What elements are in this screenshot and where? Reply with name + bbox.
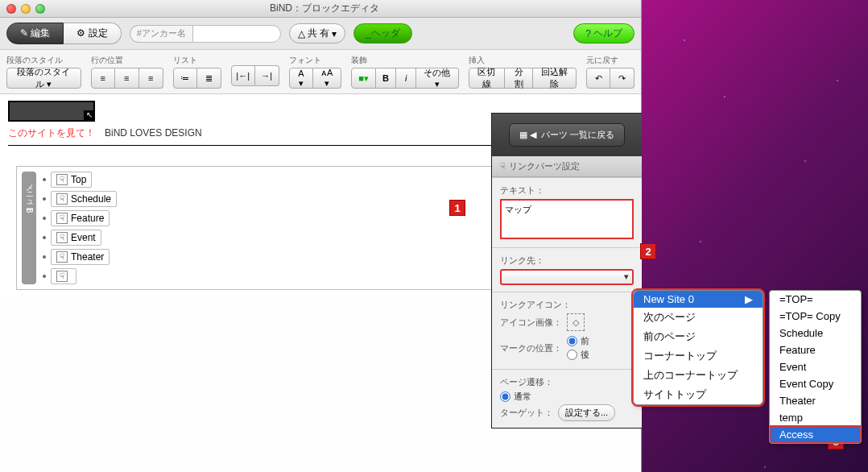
link-label: リンク先： — [500, 255, 634, 267]
group-label: 行の位置 — [91, 55, 163, 66]
menu-item[interactable]: Theater — [770, 392, 861, 409]
list-number-button[interactable]: ≣ — [197, 68, 221, 89]
clearwrap-button[interactable]: 回込解除 — [533, 68, 577, 89]
link-icon: ☟ — [56, 213, 68, 224]
share-button[interactable]: △ 共 有 ▾ — [289, 23, 345, 43]
menu-item[interactable]: temp — [770, 409, 861, 426]
split-button[interactable]: 分割 — [505, 68, 533, 89]
selected-element[interactable]: BIND theater — [8, 101, 95, 122]
menu-item[interactable]: ☟Feature — [51, 210, 110, 226]
help-button[interactable]: ? ヘルプ — [573, 23, 634, 43]
chevron-right-icon: ▶ — [745, 293, 753, 305]
group-label: リスト — [173, 55, 221, 66]
outdent-button[interactable]: |←| — [231, 65, 255, 86]
italic-button[interactable]: i — [396, 68, 416, 89]
link-icon: ☟ — [56, 174, 68, 185]
transition-section: ページ遷移： 通常 ターゲット： 設定する... — [492, 369, 642, 428]
format-toolbar: 段落のスタイル段落のスタイル ▾ 行の位置≡≡≡ リスト≔≣ |←|→| フォン… — [0, 50, 641, 94]
sub-black: BiND LOVES DESIGN — [105, 127, 202, 139]
font-size-button[interactable]: ᴀA ▾ — [313, 68, 341, 89]
panel-title: ☟ リンクパーツ設定 — [492, 156, 642, 177]
link-context-menu[interactable]: New Site 0▶ 次のページ 前のページ コーナートップ 上のコーナートッ… — [633, 290, 763, 405]
menu-item[interactable]: 次のページ — [634, 308, 763, 327]
app-window: BiND：ブロックエディタ ✎ 編集 ⚙ 設定 #アンカー名 △ 共 有 ▾ _… — [0, 0, 642, 472]
menu-item[interactable]: コーナートップ — [634, 346, 763, 366]
transition-label: ページ遷移： — [500, 376, 634, 388]
redo-button[interactable]: ↷ — [610, 68, 634, 89]
align-center-button[interactable]: ≡ — [115, 68, 139, 89]
mark-pos-label: マークの位置： — [500, 342, 562, 354]
link-icon: ☟ — [500, 161, 506, 172]
menu-item[interactable]: Event — [770, 358, 861, 375]
target-label: ターゲット： — [500, 407, 553, 419]
menu-item[interactable]: 前のページ — [634, 327, 763, 346]
list-bullet-button[interactable]: ≔ — [173, 68, 197, 89]
menu-item[interactable]: Event Copy — [770, 375, 861, 392]
menu-item[interactable]: Feature — [770, 342, 861, 358]
text-input[interactable] — [500, 199, 634, 239]
settings-button[interactable]: ⚙ 設定 — [64, 23, 121, 44]
other-button[interactable]: その他 ▾ — [416, 68, 458, 89]
window-title: BiND：ブロックエディタ — [14, 2, 634, 15]
target-config-button[interactable]: 設定する... — [558, 404, 615, 421]
radio-normal[interactable]: 通常 — [500, 391, 634, 403]
text-section: テキスト： — [492, 177, 642, 247]
callout-1: 1 — [449, 200, 465, 216]
anchor-group: #アンカー名 — [130, 25, 281, 43]
back-to-parts-button[interactable]: ▦ ◀ パーツ 一覧に戻る — [509, 123, 625, 147]
group-label: 挿入 — [469, 55, 577, 66]
link-icon: ☟ — [56, 232, 68, 243]
menu-item[interactable]: Schedule — [770, 325, 861, 342]
link-icon: ☟ — [56, 251, 68, 263]
menu-item[interactable]: ☟Top — [51, 172, 92, 188]
icon-image-label: アイコン画像： — [500, 317, 562, 329]
menu-item-newsite[interactable]: New Site 0▶ — [634, 291, 763, 308]
header-chip[interactable]: _ヘッダ — [353, 23, 412, 43]
menu-item[interactable]: 上のコーナートップ — [634, 366, 763, 385]
link-dropdown[interactable] — [500, 269, 634, 285]
menu-item[interactable]: ☟ — [51, 268, 76, 284]
icon-section-label: リンクアイコン： — [500, 299, 634, 311]
edit-button[interactable]: ✎ 編集 — [6, 23, 64, 44]
group-label: 段落のスタイル — [6, 55, 81, 66]
link-icon: ☟ — [56, 193, 68, 205]
group-label: 元に戻す — [586, 55, 634, 66]
icon-section: リンクアイコン： アイコン画像： ◇ マークの位置： 前 後 — [492, 292, 642, 369]
menu-item[interactable]: ☟Schedule — [51, 191, 117, 207]
text-label: テキスト： — [500, 184, 634, 197]
color-button[interactable]: ■▾ — [351, 68, 376, 89]
titlebar: BiND：ブロックエディタ — [0, 0, 641, 18]
mode-segment: ✎ 編集 ⚙ 設定 — [6, 23, 122, 44]
main-toolbar: ✎ 編集 ⚙ 設定 #アンカー名 △ 共 有 ▾ _ヘッダ ? ヘルプ — [0, 18, 641, 50]
menu-items: ☟Top ☟Schedule ☟Feature ☟Event ☟Theater … — [43, 172, 117, 284]
icon-preview[interactable]: ◇ — [567, 313, 585, 331]
anchor-input[interactable] — [192, 25, 281, 43]
link-submenu[interactable]: =TOP= =TOP= Copy Schedule Feature Event … — [769, 290, 862, 444]
font-button[interactable]: A ▾ — [289, 68, 314, 89]
sub-red: このサイトを見て！ — [8, 127, 95, 139]
menu-item-access[interactable]: Access — [770, 426, 861, 443]
align-right-button[interactable]: ≡ — [139, 68, 163, 89]
help-label: ヘルプ — [593, 27, 622, 40]
menu-item[interactable]: =TOP= Copy — [770, 308, 861, 325]
radio-front[interactable]: 前 — [567, 335, 589, 347]
share-label: 共 有 — [308, 27, 329, 40]
right-panel: ▦ ◀ パーツ 一覧に戻る ☟ リンクパーツ設定 テキスト： リンク先： リンク… — [491, 113, 642, 429]
group-label: 装飾 — [351, 55, 458, 66]
callout-2: 2 — [640, 243, 656, 259]
menu-item[interactable]: ☟Event — [51, 230, 101, 246]
group-label: フォント — [289, 55, 342, 66]
menu-item[interactable]: =TOP= — [770, 291, 861, 308]
undo-button[interactable]: ↶ — [586, 68, 610, 89]
paragraph-style-button[interactable]: 段落のスタイル ▾ — [6, 68, 81, 89]
link-icon: ☟ — [56, 271, 68, 282]
indent-button[interactable]: →| — [255, 65, 279, 86]
anchor-label: #アンカー名 — [130, 25, 192, 43]
divider-button[interactable]: 区切線 — [469, 68, 505, 89]
align-left-button[interactable]: ≡ — [91, 68, 115, 89]
bold-button[interactable]: B — [376, 68, 396, 89]
menu-tab[interactable]: メニュー B — [22, 172, 36, 284]
radio-back[interactable]: 後 — [567, 349, 589, 361]
menu-item[interactable]: サイトトップ — [634, 385, 763, 404]
menu-item[interactable]: ☟Theater — [51, 249, 110, 265]
